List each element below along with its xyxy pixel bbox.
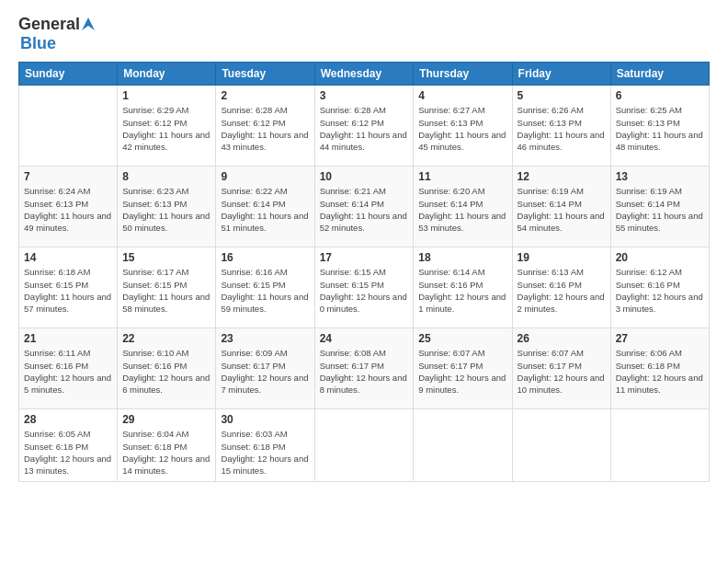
calendar-cell: 7Sunrise: 6:24 AMSunset: 6:13 PMDaylight… — [19, 167, 118, 247]
logo-bird-icon — [82, 17, 95, 30]
calendar-cell — [314, 409, 414, 481]
header: GeneralBlue — [18, 15, 710, 52]
weekday-header-row: SundayMondayTuesdayWednesdayThursdayFrid… — [19, 63, 710, 86]
weekday-header-tuesday: Tuesday — [216, 63, 314, 86]
day-info: Sunrise: 6:19 AMSunset: 6:14 PMDaylight:… — [518, 185, 606, 234]
day-number: 29 — [122, 413, 210, 426]
calendar-cell: 21Sunrise: 6:11 AMSunset: 6:16 PMDayligh… — [19, 328, 118, 409]
calendar-cell: 25Sunrise: 6:07 AMSunset: 6:17 PMDayligh… — [414, 328, 512, 409]
day-info: Sunrise: 6:05 AMSunset: 6:18 PMDaylight:… — [24, 428, 112, 477]
calendar-cell: 14Sunrise: 6:18 AMSunset: 6:15 PMDayligh… — [19, 247, 118, 328]
calendar-cell: 18Sunrise: 6:14 AMSunset: 6:16 PMDayligh… — [414, 247, 512, 328]
calendar-cell: 27Sunrise: 6:06 AMSunset: 6:18 PMDayligh… — [610, 328, 709, 409]
page: GeneralBlue SundayMondayTuesdayWednesday… — [0, 0, 728, 563]
svg-marker-0 — [82, 17, 95, 30]
day-number: 18 — [418, 251, 506, 264]
day-info: Sunrise: 6:18 AMSunset: 6:15 PMDaylight:… — [24, 266, 112, 315]
calendar-cell: 4Sunrise: 6:27 AMSunset: 6:13 PMDaylight… — [414, 86, 512, 167]
day-number: 9 — [221, 170, 309, 183]
calendar-cell: 6Sunrise: 6:25 AMSunset: 6:13 PMDaylight… — [610, 86, 709, 167]
calendar-cell: 16Sunrise: 6:16 AMSunset: 6:15 PMDayligh… — [216, 247, 314, 328]
day-info: Sunrise: 6:23 AMSunset: 6:13 PMDaylight:… — [122, 185, 210, 234]
day-info: Sunrise: 6:08 AMSunset: 6:17 PMDaylight:… — [320, 347, 409, 396]
weekday-header-sunday: Sunday — [19, 63, 118, 86]
day-info: Sunrise: 6:27 AMSunset: 6:13 PMDaylight:… — [418, 104, 506, 153]
weekday-header-saturday: Saturday — [610, 63, 709, 86]
day-number: 10 — [320, 170, 409, 183]
day-info: Sunrise: 6:16 AMSunset: 6:15 PMDaylight:… — [221, 266, 309, 315]
weekday-header-wednesday: Wednesday — [314, 63, 414, 86]
calendar-cell — [512, 409, 610, 481]
calendar-cell — [610, 409, 709, 481]
day-number: 27 — [616, 332, 704, 345]
week-row-1: 1Sunrise: 6:29 AMSunset: 6:12 PMDaylight… — [19, 86, 710, 167]
calendar-cell: 10Sunrise: 6:21 AMSunset: 6:14 PMDayligh… — [314, 167, 414, 247]
day-number: 20 — [616, 251, 704, 264]
day-number: 21 — [24, 332, 112, 345]
day-number: 3 — [320, 89, 409, 102]
calendar-cell: 28Sunrise: 6:05 AMSunset: 6:18 PMDayligh… — [19, 409, 118, 481]
calendar-cell: 1Sunrise: 6:29 AMSunset: 6:12 PMDaylight… — [118, 86, 216, 167]
day-number: 24 — [320, 332, 409, 345]
day-number: 12 — [518, 170, 606, 183]
week-row-4: 21Sunrise: 6:11 AMSunset: 6:16 PMDayligh… — [19, 328, 710, 409]
day-info: Sunrise: 6:11 AMSunset: 6:16 PMDaylight:… — [24, 347, 112, 396]
day-info: Sunrise: 6:29 AMSunset: 6:12 PMDaylight:… — [122, 104, 210, 153]
weekday-header-friday: Friday — [512, 63, 610, 86]
calendar-cell: 17Sunrise: 6:15 AMSunset: 6:15 PMDayligh… — [314, 247, 414, 328]
day-info: Sunrise: 6:19 AMSunset: 6:14 PMDaylight:… — [616, 185, 704, 234]
week-row-3: 14Sunrise: 6:18 AMSunset: 6:15 PMDayligh… — [19, 247, 710, 328]
day-number: 28 — [24, 413, 112, 426]
calendar-cell: 29Sunrise: 6:04 AMSunset: 6:18 PMDayligh… — [118, 409, 216, 481]
calendar-cell: 20Sunrise: 6:12 AMSunset: 6:16 PMDayligh… — [610, 247, 709, 328]
calendar-cell: 11Sunrise: 6:20 AMSunset: 6:14 PMDayligh… — [414, 167, 512, 247]
calendar-cell: 12Sunrise: 6:19 AMSunset: 6:14 PMDayligh… — [512, 167, 610, 247]
calendar-cell: 23Sunrise: 6:09 AMSunset: 6:17 PMDayligh… — [216, 328, 314, 409]
calendar-cell — [19, 86, 118, 167]
day-info: Sunrise: 6:17 AMSunset: 6:15 PMDaylight:… — [122, 266, 210, 315]
day-info: Sunrise: 6:09 AMSunset: 6:17 PMDaylight:… — [221, 347, 309, 396]
day-info: Sunrise: 6:07 AMSunset: 6:17 PMDaylight:… — [418, 347, 506, 396]
day-info: Sunrise: 6:26 AMSunset: 6:13 PMDaylight:… — [518, 104, 606, 153]
day-number: 13 — [616, 170, 704, 183]
calendar-cell: 3Sunrise: 6:28 AMSunset: 6:12 PMDaylight… — [314, 86, 414, 167]
calendar-cell: 8Sunrise: 6:23 AMSunset: 6:13 PMDaylight… — [118, 167, 216, 247]
day-number: 11 — [418, 170, 506, 183]
logo: GeneralBlue — [18, 15, 95, 52]
calendar-cell: 2Sunrise: 6:28 AMSunset: 6:12 PMDaylight… — [216, 86, 314, 167]
day-number: 23 — [221, 332, 309, 345]
calendar-cell: 26Sunrise: 6:07 AMSunset: 6:17 PMDayligh… — [512, 328, 610, 409]
week-row-2: 7Sunrise: 6:24 AMSunset: 6:13 PMDaylight… — [19, 167, 710, 247]
calendar-cell: 5Sunrise: 6:26 AMSunset: 6:13 PMDaylight… — [512, 86, 610, 167]
day-number: 22 — [122, 332, 210, 345]
day-info: Sunrise: 6:07 AMSunset: 6:17 PMDaylight:… — [518, 347, 606, 396]
logo-text: GeneralBlue — [18, 15, 95, 52]
day-info: Sunrise: 6:22 AMSunset: 6:14 PMDaylight:… — [221, 185, 309, 234]
day-number: 19 — [518, 251, 606, 264]
weekday-header-thursday: Thursday — [414, 63, 512, 86]
day-info: Sunrise: 6:06 AMSunset: 6:18 PMDaylight:… — [616, 347, 704, 396]
day-info: Sunrise: 6:25 AMSunset: 6:13 PMDaylight:… — [616, 104, 704, 153]
day-number: 15 — [122, 251, 210, 264]
day-number: 26 — [518, 332, 606, 345]
week-row-5: 28Sunrise: 6:05 AMSunset: 6:18 PMDayligh… — [19, 409, 710, 481]
day-number: 8 — [122, 170, 210, 183]
day-number: 16 — [221, 251, 309, 264]
calendar-cell: 22Sunrise: 6:10 AMSunset: 6:16 PMDayligh… — [118, 328, 216, 409]
day-info: Sunrise: 6:03 AMSunset: 6:18 PMDaylight:… — [221, 428, 309, 477]
day-info: Sunrise: 6:24 AMSunset: 6:13 PMDaylight:… — [24, 185, 112, 234]
day-info: Sunrise: 6:14 AMSunset: 6:16 PMDaylight:… — [418, 266, 506, 315]
day-number: 4 — [418, 89, 506, 102]
day-number: 30 — [221, 413, 309, 426]
logo-general: General — [18, 15, 80, 34]
day-number: 2 — [221, 89, 309, 102]
day-number: 17 — [320, 251, 409, 264]
day-number: 1 — [122, 89, 210, 102]
day-number: 7 — [24, 170, 112, 183]
day-info: Sunrise: 6:21 AMSunset: 6:14 PMDaylight:… — [320, 185, 409, 234]
day-number: 14 — [24, 251, 112, 264]
weekday-header-monday: Monday — [118, 63, 216, 86]
calendar-cell: 13Sunrise: 6:19 AMSunset: 6:14 PMDayligh… — [610, 167, 709, 247]
day-number: 5 — [518, 89, 606, 102]
calendar-cell: 19Sunrise: 6:13 AMSunset: 6:16 PMDayligh… — [512, 247, 610, 328]
